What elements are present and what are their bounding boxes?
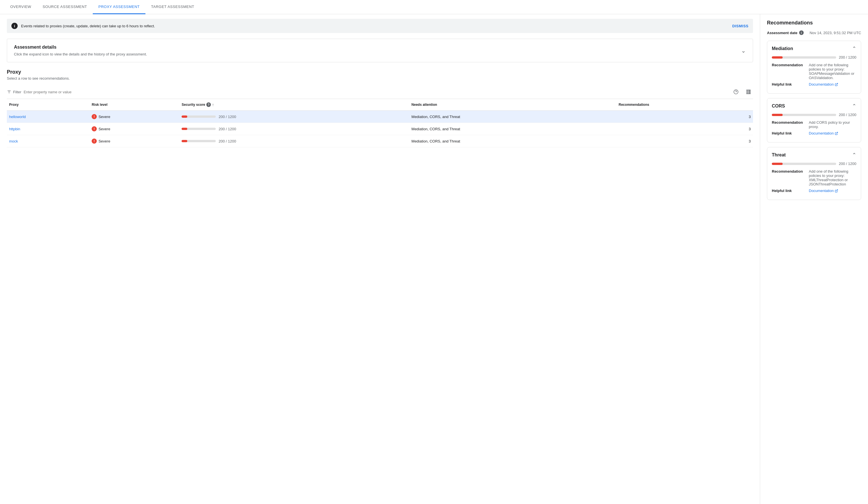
rec-helpful-link-row: Helpful link Documentation bbox=[772, 82, 856, 86]
rec-card-title: CORS bbox=[772, 104, 785, 109]
rec-helpful-link-row: Helpful link Documentation bbox=[772, 131, 856, 135]
rec-recommendation-row: Recommendation Add one of the following … bbox=[772, 63, 856, 80]
assessment-details-text-block: Assessment details Click the expand icon… bbox=[14, 45, 147, 56]
rec-score-row: 200 / 1200 bbox=[772, 113, 856, 117]
security-score-help-icon[interactable]: ? bbox=[206, 102, 211, 107]
score-bar-fill bbox=[182, 115, 187, 118]
score-bar-fill bbox=[182, 128, 187, 130]
rec-recommendation-label: Recommendation bbox=[772, 169, 809, 174]
proxy-link[interactable]: mock bbox=[9, 139, 18, 143]
assessment-date-help-icon[interactable]: i bbox=[799, 30, 804, 35]
col-security-score: Security score ? ↑ bbox=[179, 99, 409, 111]
rec-documentation-link[interactable]: Documentation bbox=[809, 189, 838, 193]
rec-score-text: 200 / 1200 bbox=[839, 113, 856, 117]
score-bar-container bbox=[182, 115, 216, 118]
collapse-icon[interactable]: ⌃ bbox=[852, 103, 856, 109]
external-link-icon bbox=[835, 83, 838, 86]
recommendation-cards-container: Mediation ⌃ 200 / 1200 Recommendation Ad… bbox=[767, 41, 861, 200]
svg-line-10 bbox=[836, 189, 838, 191]
collapse-icon[interactable]: ⌃ bbox=[852, 152, 856, 158]
rec-recommendation-value: Add CORS policy to your proxy. bbox=[809, 120, 856, 129]
rec-score-bar-fill bbox=[772, 56, 783, 59]
risk-level-cell: ! Severe bbox=[89, 123, 179, 135]
col-recommendations: Recommendations bbox=[617, 99, 753, 111]
severe-icon: ! bbox=[92, 138, 97, 144]
rec-helpful-link-row: Helpful link Documentation bbox=[772, 189, 856, 193]
filter-icon bbox=[7, 90, 11, 94]
proxy-section: Proxy Select a row to see recommendation… bbox=[7, 69, 753, 147]
proxy-name-cell[interactable]: mock bbox=[7, 135, 89, 147]
recommendations-count-cell: 3 bbox=[617, 123, 753, 135]
rec-helpful-link-label: Helpful link bbox=[772, 189, 809, 193]
table-header: Proxy Risk level Security score ? ↑ Need… bbox=[7, 99, 753, 111]
rec-documentation-link[interactable]: Documentation bbox=[809, 82, 838, 86]
filter-actions bbox=[731, 87, 753, 96]
tab-proxy-assessment[interactable]: PROXY ASSESSMENT bbox=[93, 0, 145, 14]
filter-icon-area: Filter bbox=[7, 90, 21, 94]
rec-card-mediation: Mediation ⌃ 200 / 1200 Recommendation Ad… bbox=[767, 41, 861, 94]
tab-source-assessment[interactable]: SOURCE ASSESSMENT bbox=[37, 0, 93, 14]
rec-recommendation-label: Recommendation bbox=[772, 63, 809, 67]
rec-documentation-link[interactable]: Documentation bbox=[809, 131, 838, 135]
sort-ascending-icon[interactable]: ↑ bbox=[212, 102, 214, 107]
rec-recommendation-row: Recommendation Add one of the following … bbox=[772, 169, 856, 186]
security-score-cell: 200 / 1200 bbox=[179, 135, 409, 147]
severe-icon: ! bbox=[92, 126, 97, 132]
proxy-name-cell[interactable]: helloworld bbox=[7, 111, 89, 123]
rec-recommendation-row: Recommendation Add CORS policy to your p… bbox=[772, 120, 856, 129]
expand-chevron-icon[interactable]: ⌄ bbox=[741, 47, 746, 54]
table-row[interactable]: mock ! Severe 200 / 1200 Mediation, CORS… bbox=[7, 135, 753, 147]
dismiss-button[interactable]: DISMISS bbox=[732, 24, 748, 28]
assessment-date-row: Assessment date i Nov 14, 2023, 9:51:32 … bbox=[767, 30, 861, 35]
external-link-icon bbox=[835, 132, 838, 135]
help-circle-icon bbox=[733, 89, 738, 94]
proxy-table: Proxy Risk level Security score ? ↑ Need… bbox=[7, 99, 753, 147]
rec-score-bar-container bbox=[772, 163, 836, 165]
score-bar-container bbox=[182, 128, 216, 130]
rec-score-bar-container bbox=[772, 114, 836, 116]
assessment-date-label: Assessment date i bbox=[767, 30, 804, 35]
rec-card-cors: CORS ⌃ 200 / 1200 Recommendation Add COR… bbox=[767, 98, 861, 143]
security-score-cell: 200 / 1200 bbox=[179, 111, 409, 123]
assessment-details-card: Assessment details Click the expand icon… bbox=[7, 39, 753, 62]
tab-target-assessment[interactable]: TARGET ASSESSMENT bbox=[145, 0, 200, 14]
info-icon: i bbox=[11, 23, 18, 29]
tab-overview[interactable]: OVERVIEW bbox=[4, 0, 37, 14]
risk-level-cell: ! Severe bbox=[89, 135, 179, 147]
security-score-cell: 200 / 1200 bbox=[179, 123, 409, 135]
table-row[interactable]: httpbin ! Severe 200 / 1200 Mediation, C… bbox=[7, 123, 753, 135]
rec-recommendation-value: Add one of the following policies to you… bbox=[809, 63, 856, 80]
needs-attention-cell: Mediation, CORS, and Threat bbox=[409, 111, 617, 123]
score-bar-container bbox=[182, 140, 216, 142]
collapse-icon[interactable]: ⌃ bbox=[852, 45, 856, 52]
svg-rect-7 bbox=[750, 90, 751, 94]
score-text: 200 / 1200 bbox=[219, 127, 236, 131]
filter-input[interactable] bbox=[24, 90, 731, 94]
risk-level-label: Severe bbox=[99, 139, 110, 143]
table-row[interactable]: helloworld ! Severe 200 / 1200 Mediation… bbox=[7, 111, 753, 123]
top-navigation: OVERVIEW SOURCE ASSESSMENT PROXY ASSESSM… bbox=[0, 0, 868, 14]
rec-score-row: 200 / 1200 bbox=[772, 55, 856, 60]
risk-level-cell: ! Severe bbox=[89, 111, 179, 123]
rec-recommendation-label: Recommendation bbox=[772, 120, 809, 125]
rec-score-bar-fill bbox=[772, 163, 783, 165]
rec-helpful-link-label: Helpful link bbox=[772, 131, 809, 135]
rec-card-header: Threat ⌃ bbox=[772, 152, 856, 158]
svg-rect-5 bbox=[746, 90, 748, 94]
main-layout: i Events related to proxies (create, upd… bbox=[0, 14, 868, 504]
help-button[interactable] bbox=[731, 87, 741, 96]
info-banner: i Events related to proxies (create, upd… bbox=[7, 19, 753, 33]
proxy-section-subtitle: Select a row to see recommendations. bbox=[7, 76, 753, 81]
rec-recommendation-value: Add one of the following policies to you… bbox=[809, 169, 856, 186]
col-needs-attention: Needs attention bbox=[409, 99, 617, 111]
score-text: 200 / 1200 bbox=[219, 115, 236, 119]
assessment-details-header: Assessment details Click the expand icon… bbox=[14, 45, 746, 56]
proxy-link[interactable]: httpbin bbox=[9, 127, 20, 131]
proxy-link[interactable]: helloworld bbox=[9, 115, 26, 119]
left-content-area: i Events related to proxies (create, upd… bbox=[0, 14, 760, 504]
recommendations-count-cell: 3 bbox=[617, 135, 753, 147]
columns-button[interactable] bbox=[744, 87, 753, 96]
table-body: helloworld ! Severe 200 / 1200 Mediation… bbox=[7, 111, 753, 147]
proxy-name-cell[interactable]: httpbin bbox=[7, 123, 89, 135]
right-panel: Recommendations Assessment date i Nov 14… bbox=[760, 14, 868, 504]
